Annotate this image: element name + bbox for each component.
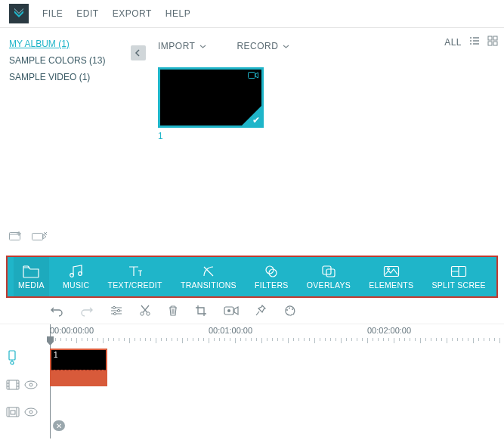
elements-icon (383, 265, 400, 278)
color-button[interactable] (283, 305, 297, 317)
svg-point-39 (25, 408, 37, 416)
cut-button[interactable] (139, 305, 151, 317)
clip-label: 1 (51, 350, 106, 360)
app-logo (9, 4, 29, 23)
media-thumbnail[interactable]: ✔ 1 (158, 67, 264, 141)
clip-audio (51, 370, 106, 385)
svg-point-40 (29, 411, 32, 414)
overlays-icon (321, 265, 336, 278)
time-ruler[interactable]: 00:00:00:00 00:01:00:00 00:02:00:00 (50, 324, 504, 344)
svg-point-29 (289, 308, 290, 309)
head-pip-track[interactable] (6, 398, 44, 426)
crop-button[interactable] (195, 305, 207, 317)
svg-point-20 (113, 306, 115, 308)
tab-transitions[interactable]: TRANSITIONS (176, 257, 241, 296)
tab-elements[interactable]: ELEMENTS (364, 257, 418, 296)
tab-label: MUSIC (63, 280, 89, 290)
filter-all-button[interactable]: ALL (444, 37, 462, 48)
tab-label: SPLIT SCREE (432, 280, 486, 290)
clip-close-button[interactable]: ✕ (53, 420, 65, 431)
tab-label: ELEMENTS (369, 280, 413, 290)
time-label: 00:00:00:00 (50, 326, 94, 335)
filters-icon (264, 265, 279, 278)
import-label: IMPORT (158, 41, 195, 51)
svg-rect-37 (7, 407, 19, 417)
thumbnail-id: 1 (158, 128, 264, 141)
svg-marker-10 (255, 73, 258, 78)
delete-button[interactable] (168, 305, 178, 317)
svg-rect-6 (493, 36, 497, 40)
chevron-down-icon (199, 43, 206, 50)
tab-filters[interactable]: FILTERS (250, 257, 293, 296)
menu-help[interactable]: HELP (165, 8, 190, 19)
head-video-track[interactable] (6, 371, 44, 398)
grid-view-icon[interactable] (487, 36, 498, 48)
svg-point-18 (387, 268, 389, 270)
tab-overlays[interactable]: OVERLAYS (302, 257, 355, 296)
svg-point-28 (286, 309, 288, 311)
check-icon: ✔ (252, 115, 260, 125)
svg-point-36 (29, 383, 32, 386)
pin-button[interactable] (255, 305, 267, 317)
menu-edit[interactable]: EDIT (76, 8, 98, 19)
head-marker[interactable] (6, 344, 44, 371)
svg-rect-34 (7, 380, 19, 389)
editor-tabstrip: MEDIA MUSIC TEXT/CREDIT TRANSITIONS FILT… (6, 256, 498, 298)
list-view-icon[interactable] (469, 36, 480, 48)
album-sidebar: MY ALBUM (1) SAMPLE COLORS (13) SAMPLE V… (0, 28, 147, 256)
timeline[interactable]: 00:00:00:00 00:01:00:00 00:02:00:00 1 ✕ (0, 324, 504, 438)
svg-rect-7 (488, 42, 492, 45)
record-label: RECORD (237, 41, 278, 51)
album-sample-colors[interactable]: SAMPLE COLORS (13) (9, 52, 138, 69)
tab-text[interactable]: TEXT/CREDIT (104, 257, 167, 296)
svg-rect-5 (488, 36, 492, 40)
svg-point-24 (147, 312, 150, 315)
undo-button[interactable] (50, 305, 63, 317)
music-icon (69, 265, 84, 278)
video-type-icon (248, 71, 258, 82)
tab-label: OVERLAYS (307, 280, 351, 290)
svg-point-23 (141, 312, 144, 315)
svg-point-30 (292, 308, 293, 310)
album-my-album[interactable]: MY ALBUM (1) (9, 36, 138, 52)
svg-point-35 (25, 381, 37, 389)
delete-folder-icon[interactable] (32, 231, 47, 243)
tab-media[interactable]: MEDIA (14, 257, 49, 296)
svg-marker-0 (14, 11, 23, 17)
tab-split-screen[interactable]: SPLIT SCREE (428, 257, 490, 296)
svg-marker-4 (43, 234, 46, 239)
menu-file[interactable]: FILE (42, 8, 63, 19)
svg-point-14 (269, 269, 277, 277)
timeline-toolbar (0, 298, 504, 324)
tab-label: FILTERS (255, 280, 289, 290)
main-menu-bar: FILE EDIT EXPORT HELP (0, 0, 504, 27)
video-clip[interactable]: 1 (50, 349, 107, 386)
text-icon (128, 265, 143, 278)
svg-marker-26 (234, 307, 238, 315)
import-button[interactable]: IMPORT (158, 41, 206, 51)
settings-icon[interactable] (110, 305, 122, 316)
svg-rect-32 (9, 351, 15, 360)
svg-rect-38 (11, 411, 15, 414)
svg-point-22 (113, 312, 116, 315)
redo-button[interactable] (80, 305, 94, 317)
menu-export[interactable]: EXPORT (113, 8, 152, 19)
browser-main: IMPORT RECORD ALL ✔ 1 (147, 28, 504, 256)
split-screen-icon (450, 265, 467, 278)
time-label: 00:01:00:00 (209, 326, 252, 335)
tab-label: TEXT/CREDIT (108, 280, 162, 290)
svg-point-13 (266, 266, 274, 274)
tab-label: MEDIA (18, 280, 45, 290)
svg-point-21 (117, 309, 119, 311)
time-label: 00:02:00:00 (367, 326, 411, 335)
tab-music[interactable]: MUSIC (58, 257, 94, 296)
album-sample-video[interactable]: SAMPLE VIDEO (1) (9, 69, 138, 85)
record-button[interactable]: RECORD (237, 41, 289, 51)
svg-rect-3 (32, 234, 43, 240)
media-browser: MY ALBUM (1) SAMPLE COLORS (13) SAMPLE V… (0, 27, 504, 256)
new-folder-icon[interactable] (9, 231, 23, 243)
chevron-down-icon (283, 43, 289, 50)
record-vo-button[interactable] (224, 305, 239, 316)
collapse-sidebar-button[interactable] (131, 45, 146, 60)
svg-rect-9 (249, 73, 255, 79)
